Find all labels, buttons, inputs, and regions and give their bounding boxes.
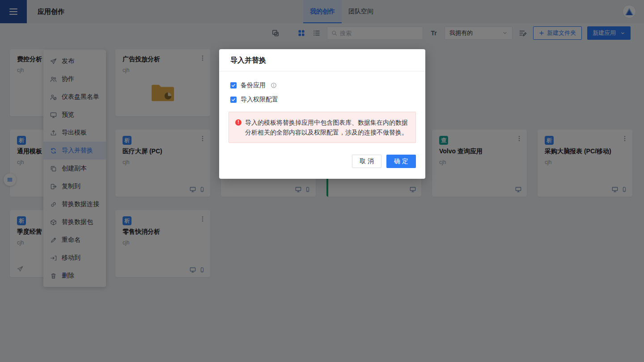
check-icon xyxy=(231,97,236,102)
backup-app-label: 备份应用 xyxy=(241,81,266,89)
warning-line-2: 分析相关的全部内容以及权限配置，涉及的连接不做替换。 xyxy=(245,127,408,137)
warning-text: 导入的模板将替换掉应用中包含图表库、数据集在内的数据 分析相关的全部内容以及权限… xyxy=(245,118,408,137)
warning-line-1: 导入的模板将替换掉应用中包含图表库、数据集在内的数据 xyxy=(245,118,408,127)
info-icon[interactable] xyxy=(271,82,277,88)
warning-banner: ! 导入的模板将替换掉应用中包含图表库、数据集在内的数据 分析相关的全部内容以及… xyxy=(229,112,416,143)
error-icon: ! xyxy=(235,119,242,126)
check-icon xyxy=(231,83,236,88)
import-replace-dialog: 导入并替换 备份应用 导入权限配置 ! 导入的模板将替换掉应用中包含图表库、数据… xyxy=(219,49,425,179)
import-permission-label: 导入权限配置 xyxy=(241,96,278,104)
dialog-title: 导入并替换 xyxy=(219,49,425,72)
confirm-button[interactable]: 确 定 xyxy=(386,155,416,168)
backup-app-checkbox[interactable] xyxy=(230,82,237,88)
import-permission-checkbox[interactable] xyxy=(230,97,237,103)
cancel-button[interactable]: 取 消 xyxy=(352,155,381,168)
